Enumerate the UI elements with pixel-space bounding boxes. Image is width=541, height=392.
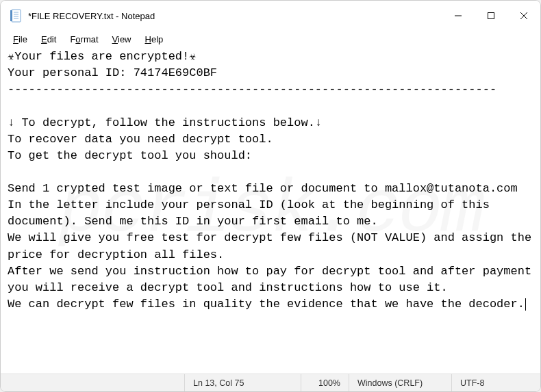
notepad-icon: [10, 9, 21, 23]
window-title: *FILE RECOVERY.txt - Notepad: [28, 11, 442, 21]
doc-line: In the letter include your personal ID (…: [8, 198, 496, 228]
svg-rect-7: [488, 13, 494, 19]
status-position: Ln 13, Col 75: [184, 374, 301, 391]
doc-line: ↓ To decrypt, follow the instructions be…: [8, 116, 322, 129]
status-spacer: [1, 374, 184, 391]
status-eol: Windows (CRLF): [349, 374, 451, 391]
menubar: File Edit Format View Help: [1, 31, 540, 47]
menu-edit[interactable]: Edit: [34, 33, 63, 46]
status-zoom[interactable]: 100%: [301, 374, 349, 391]
menu-file[interactable]: File: [6, 33, 34, 46]
doc-line: We will give you free test for decrypt f…: [8, 231, 538, 261]
doc-line: After we send you instruction how to pay…: [8, 265, 538, 294]
svg-rect-0: [12, 10, 21, 22]
doc-line: To get the decrypt tool you should:: [8, 149, 252, 162]
menu-view[interactable]: View: [105, 33, 138, 46]
doc-line: ----------------------------------------…: [8, 83, 496, 96]
window-controls: [442, 1, 540, 31]
svg-rect-1: [10, 10, 12, 21]
doc-line: ☣Your files are encrypted!☣: [8, 50, 197, 63]
doc-line: Send 1 crypted test image or text file o…: [8, 182, 518, 195]
doc-line: Your personal ID: 74174E69C0BF: [8, 66, 217, 79]
maximize-button[interactable]: [475, 1, 507, 31]
status-encoding: UTF-8: [451, 374, 540, 391]
menu-help[interactable]: Help: [138, 33, 171, 46]
notepad-window: *FILE RECOVERY.txt - Notepad File Edit F…: [0, 0, 541, 392]
menu-format[interactable]: Format: [63, 33, 105, 46]
doc-line: To recover data you need decrypt tool.: [8, 133, 273, 146]
titlebar[interactable]: *FILE RECOVERY.txt - Notepad: [1, 1, 540, 31]
doc-line: We can decrypt few files in quality the …: [8, 298, 526, 311]
close-button[interactable]: [507, 1, 540, 31]
text-editor-area[interactable]: ☣Your files are encrypted!☣ Your persona…: [1, 47, 540, 374]
minimize-button[interactable]: [442, 1, 475, 31]
statusbar: Ln 13, Col 75 100% Windows (CRLF) UTF-8: [1, 374, 540, 391]
